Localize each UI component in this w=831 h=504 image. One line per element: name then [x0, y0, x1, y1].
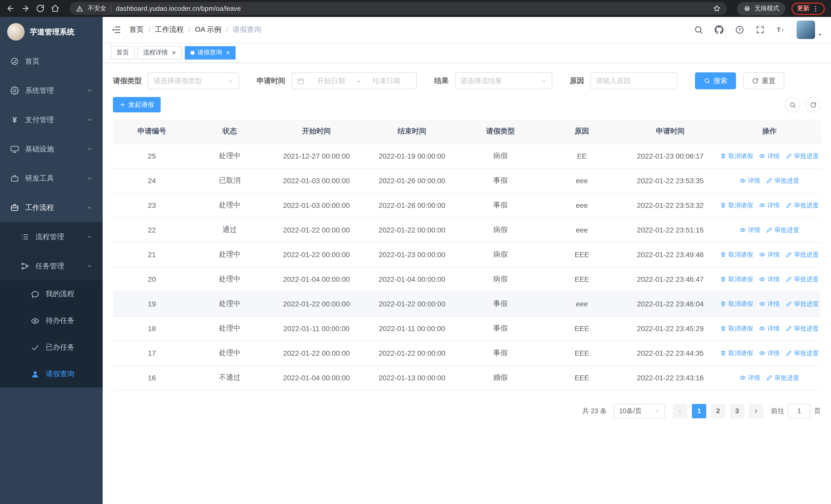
cancel-leave-button[interactable]: 取消请假: [720, 152, 753, 160]
apply-time-range-picker[interactable]: 开始日期 - 结束日期: [291, 72, 417, 89]
approval-progress-button[interactable]: 审批进度: [766, 176, 799, 185]
breadcrumb-item[interactable]: OA 示例: [195, 25, 222, 34]
page-content: 请假类型 请选择请假类型 申请时间 开始日期 - 结束日期: [103, 63, 831, 504]
cell-reason: EEE: [541, 341, 623, 365]
sidebar-item-payment[interactable]: ¥ 支付管理: [0, 105, 103, 135]
toggle-search-button[interactable]: [785, 97, 800, 112]
refresh-table-button[interactable]: [805, 97, 821, 112]
detail-button[interactable]: 详情: [759, 152, 780, 160]
column-header: 申请编号: [113, 120, 191, 144]
sidebar-item-done-tasks[interactable]: 已办任务: [0, 334, 103, 361]
sidebar-item-system[interactable]: 系统管理: [0, 76, 103, 105]
page-button-3[interactable]: 3: [730, 404, 744, 418]
approval-progress-button[interactable]: 审批进度: [766, 226, 799, 234]
bookmark-star-icon[interactable]: [713, 5, 721, 12]
leave-type-select[interactable]: 请选择请假类型: [148, 72, 239, 89]
browser-forward-icon[interactable]: [21, 4, 30, 13]
fullscreen-icon[interactable]: [755, 25, 765, 34]
cell-reason: eee: [541, 193, 623, 217]
browser-back-icon[interactable]: [6, 4, 15, 13]
cancel-leave-button[interactable]: 取消请假: [720, 324, 753, 333]
table-row: 23处理中2022-01-03 00:00:002022-01-26 00:00…: [113, 193, 821, 217]
page-size-select[interactable]: 10条/页: [614, 404, 665, 418]
sidebar-item-task-mgmt[interactable]: 任务管理: [0, 251, 103, 281]
approval-progress-button[interactable]: 审批进度: [786, 201, 819, 210]
sidebar-item-devtools[interactable]: 研发工具: [0, 164, 103, 193]
approval-progress-button[interactable]: 审批进度: [786, 324, 819, 333]
sidebar-item-my-process[interactable]: 我的流程: [0, 281, 103, 307]
detail-button[interactable]: 详情: [759, 250, 780, 259]
page-button-1[interactable]: 1: [692, 404, 706, 418]
tab-leave-query[interactable]: 请假查询 ×: [184, 46, 236, 59]
page-button-2[interactable]: 2: [711, 404, 725, 418]
cell-actions: 详情审批进度: [718, 217, 821, 242]
detail-button[interactable]: 详情: [740, 226, 760, 234]
result-select[interactable]: 请选择流结果: [455, 72, 552, 89]
search-icon[interactable]: [694, 25, 703, 34]
next-page-button[interactable]: [749, 404, 763, 418]
sidebar-item-label: 请假查询: [46, 369, 92, 379]
detail-button[interactable]: 详情: [759, 324, 780, 333]
prev-page-button[interactable]: [673, 404, 687, 418]
update-label: 更新: [797, 4, 809, 13]
browser-home-icon[interactable]: [51, 4, 60, 13]
leave-table: 申请编号状态开始时间结束时间请假类型原因申请时间操作 25处理中2021-12-…: [113, 120, 821, 390]
refresh-icon: [810, 101, 816, 108]
detail-button[interactable]: 详情: [759, 275, 780, 284]
cell-end-time: 2022-01-23 00:00:00: [364, 242, 460, 267]
cancel-leave-button[interactable]: 取消请假: [720, 349, 753, 357]
person-icon: [31, 370, 39, 379]
browser-update-button[interactable]: 更新: [792, 2, 825, 14]
browser-reload-icon[interactable]: [36, 4, 45, 13]
cancel-leave-button[interactable]: 取消请假: [720, 201, 753, 210]
cancel-leave-button[interactable]: 取消请假: [720, 299, 753, 308]
create-leave-button[interactable]: 发起请假: [113, 97, 161, 112]
cell-actions: 详情审批进度: [718, 365, 821, 390]
font-size-icon[interactable]: TT: [776, 25, 785, 34]
cell-apply-id: 18: [113, 316, 191, 341]
sidebar-item-home[interactable]: 首页: [0, 47, 103, 76]
chevron-down-icon: [87, 234, 92, 240]
tab-home[interactable]: 首页: [111, 46, 135, 59]
approval-progress-button[interactable]: 审批进度: [786, 349, 819, 357]
cell-end-time: 2022-01-19 00:00:00: [364, 144, 460, 168]
approval-progress-button[interactable]: 审批进度: [786, 152, 819, 160]
breadcrumb-item[interactable]: 首页: [130, 25, 144, 34]
close-icon[interactable]: ×: [172, 49, 176, 56]
github-icon[interactable]: [715, 25, 724, 34]
app-logo[interactable]: 芋道管理系统: [0, 17, 103, 47]
tab-process-detail[interactable]: 流程详情 ×: [138, 46, 181, 59]
sidebar-item-workflow[interactable]: 工作流程: [0, 193, 103, 222]
sidebar-item-infrastructure[interactable]: 基础设施: [0, 135, 103, 164]
address-bar[interactable]: 不安全 dashboard.yudao.iocoder.cn/bpm/oa/le…: [70, 2, 727, 15]
sidebar-item-label: 我的流程: [46, 290, 92, 299]
reason-input[interactable]: [590, 72, 678, 89]
table-row: 19处理中2022-01-22 00:00:002022-01-22 00:00…: [113, 292, 821, 316]
cancel-leave-button[interactable]: 取消请假: [720, 250, 753, 259]
approval-progress-button[interactable]: 审批进度: [786, 299, 819, 308]
help-icon[interactable]: ?: [735, 25, 744, 34]
detail-button[interactable]: 详情: [759, 201, 780, 210]
browser-menu-dots-icon[interactable]: [812, 5, 819, 12]
cancel-leave-button[interactable]: 取消请假: [720, 275, 753, 284]
sidebar-item-process-mgmt[interactable]: 流程管理: [0, 222, 103, 251]
sidebar-item-todo-tasks[interactable]: 待办任务: [0, 307, 103, 334]
detail-button[interactable]: 详情: [740, 374, 760, 382]
user-avatar-menu[interactable]: [797, 21, 823, 39]
sidebar-collapse-icon[interactable]: [111, 25, 121, 35]
approval-progress-button[interactable]: 审批进度: [786, 250, 819, 259]
detail-button[interactable]: 详情: [759, 299, 780, 308]
reset-button[interactable]: 重置: [743, 72, 784, 89]
breadcrumb-item[interactable]: 工作流程: [155, 25, 184, 34]
cell-start-time: 2022-01-11 00:00:00: [269, 316, 364, 341]
detail-button[interactable]: 详情: [740, 176, 760, 185]
close-icon[interactable]: ×: [226, 49, 230, 56]
approval-progress-button[interactable]: 审批进度: [786, 275, 819, 284]
goto-page-input[interactable]: [788, 404, 810, 418]
sidebar-item-leave-query[interactable]: 请假查询: [0, 361, 103, 387]
search-button[interactable]: 搜索: [695, 72, 736, 89]
detail-button[interactable]: 详情: [759, 349, 780, 357]
svg-text:T: T: [781, 28, 784, 33]
trash-icon: [720, 202, 726, 208]
approval-progress-button[interactable]: 审批进度: [766, 374, 799, 382]
